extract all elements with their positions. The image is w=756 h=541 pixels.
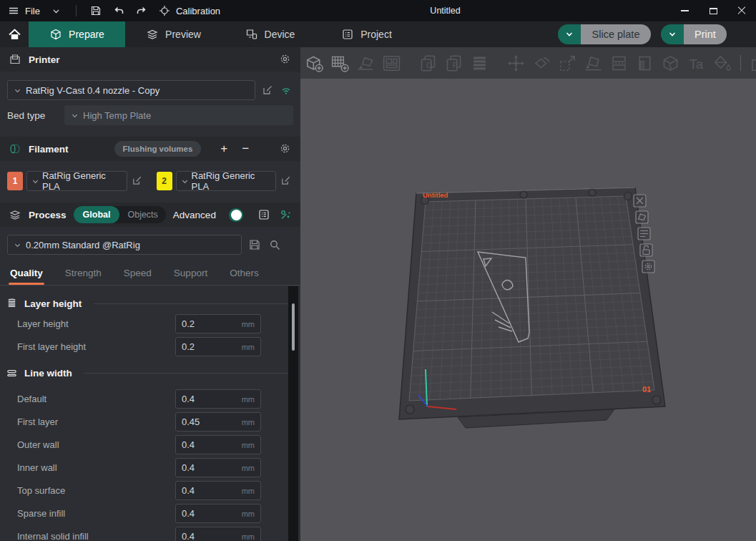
divider (84, 373, 288, 374)
compare-presets-icon[interactable] (279, 208, 292, 222)
edit-filament-1-icon[interactable] (131, 175, 144, 188)
home-button[interactable] (0, 21, 29, 47)
calibration-menu[interactable]: Calibration (158, 4, 220, 17)
add-filament-button[interactable]: + (217, 142, 231, 156)
add-plate-icon[interactable] (330, 53, 350, 74)
bed-type-label: Bed type (7, 110, 64, 121)
variable-layer-height-icon[interactable] (469, 53, 490, 74)
sidebar-scrollbar[interactable] (288, 286, 298, 541)
first-layer-height-input[interactable]: 0.2 mm (175, 337, 261, 356)
process-scope-toggle[interactable]: Global Objects (74, 206, 166, 223)
tab-others[interactable]: Others (230, 268, 259, 285)
close-button[interactable] (727, 0, 756, 21)
assembly-view-icon[interactable] (749, 53, 756, 74)
advanced-toggle[interactable] (229, 208, 243, 222)
tab-quality[interactable]: Quality (10, 268, 43, 285)
file-menu[interactable]: File (7, 4, 40, 17)
scrollbar-thumb[interactable] (292, 303, 295, 351)
internal-solid-infill-line-width-input[interactable]: 0.4 mm (175, 527, 261, 541)
viewport-scene[interactable]: Untitled 01 (300, 79, 756, 541)
param-row: First layer 0.45 mm (17, 412, 261, 432)
text-tool-icon[interactable]: Ta (686, 53, 707, 74)
cut-icon[interactable] (609, 53, 629, 74)
filament-2-select[interactable]: RatRig Generic PLA (176, 171, 277, 191)
delete-plate-button[interactable] (634, 195, 646, 207)
print-button[interactable]: Print (661, 24, 727, 44)
printer-preset-select[interactable]: RatRig V-Cast 0.4 nozzle - Copy (7, 80, 255, 100)
device-icon (245, 28, 258, 41)
arrange-icon[interactable] (381, 53, 402, 74)
auto-orient-icon[interactable] (355, 53, 376, 74)
default-line-width-input[interactable]: 0.4 mm (175, 389, 261, 409)
edit-filament-2-icon[interactable] (280, 175, 293, 188)
preview-layers-icon (146, 28, 159, 41)
scale-icon[interactable] (557, 53, 578, 74)
plate-settings-button[interactable] (642, 260, 654, 273)
process-preset-select[interactable]: 0.20mm Standard @RatRig (7, 235, 242, 255)
printer-settings-gear-icon[interactable] (279, 53, 292, 66)
viewport-3d[interactable]: O P (300, 47, 756, 541)
layer-height-icon (6, 298, 18, 310)
param-row: Top surface 0.4 mm (17, 481, 261, 500)
filament-settings-gear-icon[interactable] (279, 142, 292, 155)
rotate-icon[interactable] (531, 53, 552, 74)
tab-strength[interactable]: Strength (65, 268, 102, 285)
parameter-table-icon[interactable] (257, 208, 270, 222)
outer-wall-line-width-input[interactable]: 0.4 mm (175, 435, 261, 454)
tab-device[interactable]: Device (222, 21, 318, 47)
remove-filament-button[interactable]: − (238, 142, 252, 156)
orient-plate-button[interactable] (636, 211, 648, 223)
param-value: 0.2 (182, 341, 195, 352)
bed-type-select[interactable]: High Temp Plate (64, 105, 293, 125)
first-layer-line-width-input[interactable]: 0.45 mm (175, 412, 261, 432)
lock-plate-button[interactable] (640, 244, 652, 256)
tab-prepare[interactable]: Prepare (29, 21, 125, 47)
slice-plate-label[interactable]: Slice plate (581, 24, 651, 44)
print-dropdown-icon[interactable] (661, 24, 684, 44)
search-presets-icon[interactable] (268, 238, 282, 252)
filament-1-select[interactable]: RatRig Generic PLA (26, 171, 127, 191)
split-to-parts-icon[interactable]: P (443, 53, 464, 74)
filament-2-color-swatch[interactable]: 2 (157, 172, 172, 190)
top-surface-line-width-input[interactable]: 0.4 mm (175, 481, 261, 500)
param-value: 0.4 (182, 531, 195, 541)
support-paint-icon[interactable] (634, 53, 655, 74)
param-label: Layer height (17, 318, 175, 329)
color-paint-icon[interactable] (712, 53, 732, 74)
mesh-boolean-icon[interactable] (660, 53, 681, 74)
undo-icon[interactable] (112, 4, 125, 17)
file-dropdown-chevron-icon[interactable] (50, 4, 63, 17)
sparse-infill-line-width-input[interactable]: 0.4 mm (175, 504, 261, 523)
tab-project[interactable]: Project (318, 21, 415, 47)
move-icon[interactable] (506, 53, 526, 74)
lay-on-face-icon[interactable] (583, 53, 604, 74)
minimize-button[interactable] (670, 0, 699, 21)
flushing-volumes-button[interactable]: Flushing volumes (114, 141, 202, 157)
save-preset-icon[interactable] (248, 238, 262, 252)
tab-preview[interactable]: Preview (125, 21, 222, 47)
inner-wall-line-width-input[interactable]: 0.4 mm (175, 458, 261, 477)
arrange-plate-button[interactable] (638, 228, 650, 240)
split-to-objects-icon[interactable]: O (418, 53, 438, 74)
window-title: Untitled (220, 6, 670, 16)
bed-type-value: High Temp Plate (83, 110, 151, 121)
edit-printer-icon[interactable] (261, 84, 275, 97)
scope-objects[interactable]: Objects (119, 210, 165, 220)
add-object-icon[interactable] (304, 53, 325, 74)
group-line-width: Line width (0, 362, 300, 384)
save-icon[interactable] (89, 4, 102, 17)
build-plate[interactable]: Untitled 01 (399, 187, 665, 428)
filament-1-color-swatch[interactable]: 1 (7, 172, 23, 190)
param-value: 0.45 (182, 416, 200, 427)
tab-support[interactable]: Support (174, 268, 207, 285)
slice-dropdown-icon[interactable] (558, 24, 581, 44)
wifi-connection-icon[interactable] (280, 84, 293, 97)
tab-speed[interactable]: Speed (124, 268, 152, 285)
maximize-icon (710, 8, 717, 14)
redo-icon[interactable] (135, 4, 148, 17)
layer-height-input[interactable]: 0.2 mm (175, 314, 261, 333)
slice-plate-button[interactable]: Slice plate (558, 24, 651, 44)
maximize-button[interactable] (699, 0, 727, 21)
print-label[interactable]: Print (684, 24, 727, 44)
scope-global[interactable]: Global (74, 206, 120, 223)
